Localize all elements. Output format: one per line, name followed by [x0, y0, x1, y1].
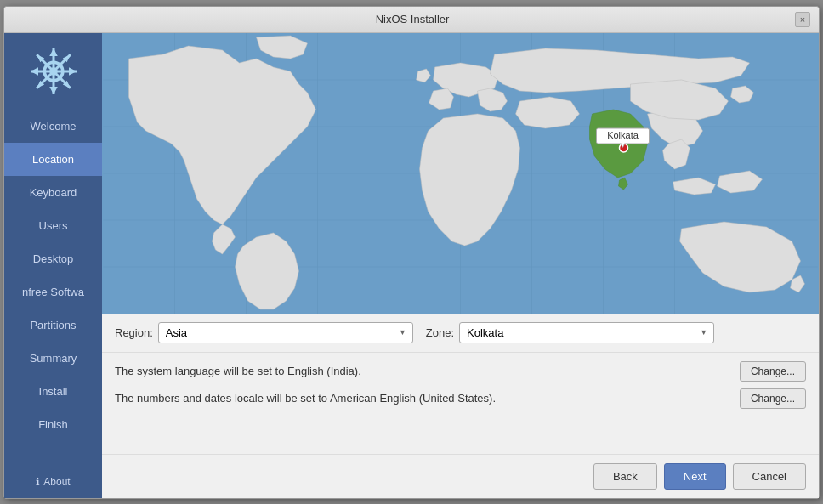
language-info-text: The system language will be set to Engli…: [115, 365, 361, 377]
zone-label: Zone:: [426, 326, 454, 339]
info-icon: ℹ: [36, 476, 40, 488]
change-language-button[interactable]: Change...: [740, 361, 806, 382]
sidebar-item-location[interactable]: Location: [4, 143, 102, 176]
language-info-line: The system language will be set to Engli…: [115, 361, 806, 382]
region-select-wrapper: Asia: [158, 322, 413, 343]
locale-info-area: The system language will be set to Engli…: [102, 353, 819, 454]
main-panel: Kolkata Region: Asia Zone:: [102, 33, 819, 498]
next-button[interactable]: Next: [664, 463, 726, 490]
installer-window: NixOS Installer ×: [3, 6, 820, 499]
back-button[interactable]: Back: [593, 463, 657, 490]
titlebar: NixOS Installer ×: [4, 7, 819, 33]
region-select[interactable]: Asia: [158, 322, 413, 343]
navigation-buttons: Back Next Cancel: [102, 454, 819, 498]
sidebar-item-keyboard[interactable]: Keyboard: [4, 176, 102, 209]
close-button[interactable]: ×: [795, 12, 810, 27]
sidebar-item-desktop[interactable]: Desktop: [4, 242, 102, 275]
sidebar-item-partitions[interactable]: Partitions: [4, 309, 102, 342]
region-zone-controls: Region: Asia Zone: Kolkata: [102, 314, 819, 353]
window-title: NixOS Installer: [30, 13, 795, 25]
sidebar: Welcome Location Keyboard Users Desktop …: [4, 33, 102, 498]
sidebar-item-install[interactable]: Install: [4, 375, 102, 408]
region-label: Region:: [115, 326, 153, 339]
nixos-logo: [28, 46, 79, 97]
zone-select-wrapper: Kolkata: [459, 322, 714, 343]
change-locale-button[interactable]: Change...: [740, 388, 806, 409]
locale-info-line: The numbers and dates locale will be set…: [115, 388, 806, 409]
sidebar-item-nonfree[interactable]: nfree Softwa: [4, 275, 102, 309]
sidebar-item-about[interactable]: ℹ About: [4, 466, 102, 498]
sidebar-item-summary[interactable]: Summary: [4, 342, 102, 375]
sidebar-item-users[interactable]: Users: [4, 209, 102, 242]
sidebar-item-welcome[interactable]: Welcome: [4, 110, 102, 143]
sidebar-bottom: ℹ About: [4, 466, 102, 498]
locale-info-text: The numbers and dates locale will be set…: [115, 392, 496, 405]
svg-text:Kolkata: Kolkata: [607, 130, 639, 140]
main-content: Welcome Location Keyboard Users Desktop …: [4, 33, 819, 498]
world-map[interactable]: Kolkata: [102, 33, 819, 314]
region-field-group: Region: Asia: [115, 322, 413, 343]
sidebar-item-finish[interactable]: Finish: [4, 408, 102, 441]
zone-select[interactable]: Kolkata: [459, 322, 714, 343]
zone-field-group: Zone: Kolkata: [426, 322, 714, 343]
cancel-button[interactable]: Cancel: [733, 463, 806, 490]
logo-area: [4, 33, 102, 110]
